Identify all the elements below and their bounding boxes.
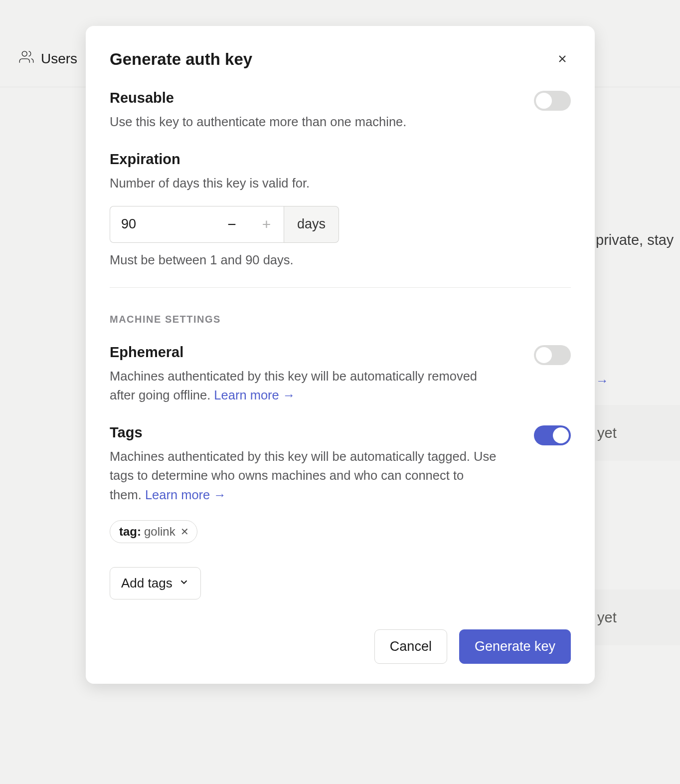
tags-description: Machines authenticated by this key will …	[110, 447, 499, 504]
tag-chip-name: golink	[144, 525, 175, 539]
tag-chip: tag:golink ✕	[110, 520, 197, 543]
generate-key-button[interactable]: Generate key	[459, 629, 571, 664]
ephemeral-heading: Ephemeral	[110, 344, 499, 361]
reusable-setting: Reusable Use this key to authenticate mo…	[110, 90, 571, 131]
generate-auth-key-modal: Generate auth key Reusable Use this key …	[86, 26, 595, 684]
users-icon	[19, 49, 34, 68]
background-row-1: yet	[590, 405, 680, 461]
close-button[interactable]	[554, 51, 571, 68]
tag-chip-remove[interactable]: ✕	[180, 526, 189, 538]
reusable-description: Use this key to authenticate more than o…	[110, 112, 406, 131]
reusable-toggle[interactable]	[534, 91, 571, 111]
tags-heading: Tags	[110, 424, 499, 441]
cancel-button[interactable]: Cancel	[374, 629, 447, 664]
nav-item-users[interactable]: Users	[19, 49, 77, 68]
ephemeral-learn-more-link[interactable]: Learn more	[214, 388, 295, 402]
modal-title: Generate auth key	[110, 50, 252, 69]
background-row-2: yet	[590, 589, 680, 645]
tags-toggle[interactable]	[534, 425, 571, 445]
ephemeral-setting: Ephemeral Machines authenticated by this…	[110, 344, 571, 405]
tag-chip-prefix: tag:	[119, 525, 141, 539]
nav-item-users-label: Users	[41, 51, 77, 67]
plus-icon: +	[262, 216, 271, 233]
expiration-decrement[interactable]: −	[214, 206, 249, 243]
divider	[110, 287, 571, 288]
machine-settings-label: MACHINE SETTINGS	[110, 314, 571, 325]
expiration-heading: Expiration	[110, 151, 571, 168]
ephemeral-description: Machines authenticated by this key will …	[110, 367, 499, 405]
background-text-fragment: private, stay	[596, 232, 674, 248]
expiration-increment[interactable]: +	[249, 206, 284, 243]
tags-learn-more-link[interactable]: Learn more	[145, 488, 226, 502]
close-icon	[556, 53, 568, 66]
minus-icon: −	[227, 216, 236, 233]
expiration-unit-label: days	[284, 206, 339, 243]
expiration-description: Number of days this key is valid for.	[110, 174, 499, 193]
chevron-down-icon	[178, 576, 189, 591]
svg-point-0	[22, 51, 27, 56]
add-tags-button[interactable]: Add tags	[110, 567, 201, 599]
expiration-value-input[interactable]	[110, 206, 214, 243]
background-arrow-icon[interactable]: →	[596, 373, 609, 389]
x-icon: ✕	[180, 526, 189, 537]
reusable-heading: Reusable	[110, 90, 406, 106]
ephemeral-toggle[interactable]	[534, 345, 571, 365]
expiration-input-group: − + days	[110, 206, 339, 243]
expiration-setting: Expiration Number of days this key is va…	[110, 151, 571, 267]
expiration-hint: Must be between 1 and 90 days.	[110, 253, 571, 267]
add-tags-label: Add tags	[121, 576, 172, 591]
tags-setting: Tags Machines authenticated by this key …	[110, 424, 571, 504]
